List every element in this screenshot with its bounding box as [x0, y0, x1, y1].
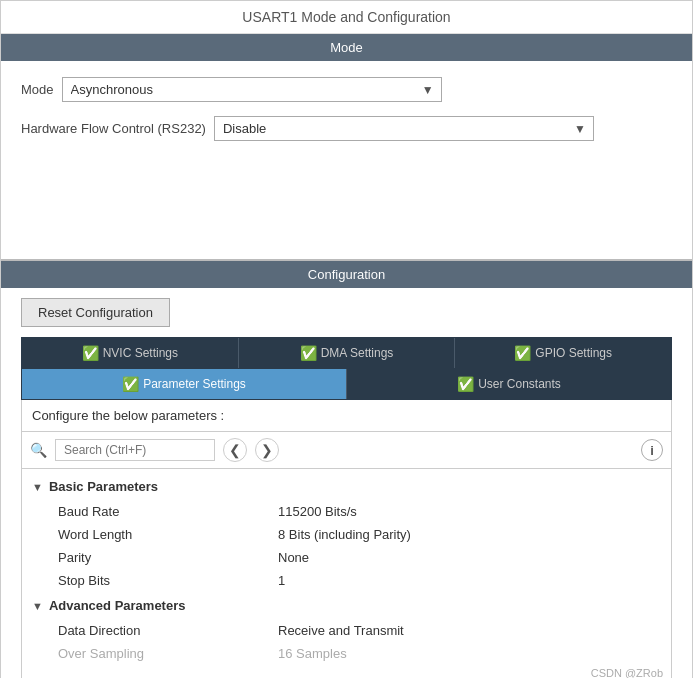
param-parity: Parity None: [22, 546, 671, 569]
param-stop-bits-value: 1: [278, 573, 285, 588]
mode-content: Mode Asynchronous ▼ Hardware Flow Contro…: [1, 61, 692, 261]
nvic-check-icon: ✅: [82, 345, 99, 361]
mode-select[interactable]: Asynchronous: [62, 77, 442, 102]
dma-check-icon: ✅: [300, 345, 317, 361]
param-data-direction-label: Data Direction: [58, 623, 278, 638]
page-title: USART1 Mode and Configuration: [242, 9, 450, 25]
prev-button[interactable]: ❮: [223, 438, 247, 462]
hw-flow-label: Hardware Flow Control (RS232): [21, 121, 206, 136]
reset-config-button[interactable]: Reset Configuration: [21, 298, 170, 327]
config-content: Reset Configuration ✅ NVIC Settings ✅ DM…: [1, 288, 692, 678]
gpio-check-icon: ✅: [514, 345, 531, 361]
group-basic-header[interactable]: ▼ Basic Parameters: [22, 473, 671, 500]
mode-section: Mode Mode Asynchronous ▼ Hardware Flow C…: [1, 34, 692, 261]
params-instruction: Configure the below parameters :: [21, 400, 672, 432]
tab-gpio-label: GPIO Settings: [535, 346, 612, 360]
title-bar: USART1 Mode and Configuration: [1, 1, 692, 34]
tab-dma-label: DMA Settings: [321, 346, 394, 360]
param-baud-rate-label: Baud Rate: [58, 504, 278, 519]
mode-label: Mode: [21, 82, 54, 97]
search-input[interactable]: [55, 439, 215, 461]
param-word-length-value: 8 Bits (including Parity): [278, 527, 411, 542]
param-word-length-label: Word Length: [58, 527, 278, 542]
param-parity-label: Parity: [58, 550, 278, 565]
next-button[interactable]: ❯: [255, 438, 279, 462]
search-icon: 🔍: [30, 442, 47, 458]
group-basic-label: Basic Parameters: [49, 479, 158, 494]
main-container: USART1 Mode and Configuration Mode Mode …: [0, 0, 693, 678]
config-header: Configuration: [1, 261, 692, 288]
mode-header: Mode: [1, 34, 692, 61]
param-stop-bits: Stop Bits 1: [22, 569, 671, 592]
tabs-row2: ✅ Parameter Settings ✅ User Constants: [21, 369, 672, 400]
param-data-direction-value: Receive and Transmit: [278, 623, 404, 638]
param-data-direction: Data Direction Receive and Transmit: [22, 619, 671, 642]
param-over-sampling: Over Sampling 16 Samples: [22, 642, 671, 665]
tab-param-label: Parameter Settings: [143, 377, 246, 391]
hw-flow-select[interactable]: Disable: [214, 116, 594, 141]
mode-row: Mode Asynchronous ▼: [21, 77, 672, 102]
advanced-chevron-icon: ▼: [32, 600, 43, 612]
tab-gpio[interactable]: ✅ GPIO Settings: [455, 338, 671, 368]
tabs-row1: ✅ NVIC Settings ✅ DMA Settings ✅ GPIO Se…: [21, 337, 672, 369]
config-section: Configuration Reset Configuration ✅ NVIC…: [1, 261, 692, 678]
param-stop-bits-label: Stop Bits: [58, 573, 278, 588]
user-check-icon: ✅: [457, 376, 474, 392]
tab-nvic-label: NVIC Settings: [103, 346, 178, 360]
hw-flow-row: Hardware Flow Control (RS232) Disable ▼: [21, 116, 672, 141]
watermark: CSDN @ZRob: [22, 665, 671, 678]
tab-param-settings[interactable]: ✅ Parameter Settings: [22, 369, 347, 399]
param-over-sampling-label: Over Sampling: [58, 646, 278, 661]
hw-flow-select-wrapper: Disable ▼: [214, 116, 594, 141]
group-advanced-label: Advanced Parameters: [49, 598, 186, 613]
mode-select-wrapper: Asynchronous ▼: [62, 77, 442, 102]
tab-user-label: User Constants: [478, 377, 561, 391]
param-word-length: Word Length 8 Bits (including Parity): [22, 523, 671, 546]
basic-chevron-icon: ▼: [32, 481, 43, 493]
tab-nvic[interactable]: ✅ NVIC Settings: [22, 338, 239, 368]
group-advanced-header[interactable]: ▼ Advanced Parameters: [22, 592, 671, 619]
search-toolbar: 🔍 ❮ ❯ i: [21, 432, 672, 469]
param-over-sampling-value: 16 Samples: [278, 646, 347, 661]
param-baud-rate: Baud Rate 115200 Bits/s: [22, 500, 671, 523]
param-baud-rate-value: 115200 Bits/s: [278, 504, 357, 519]
params-content: ▼ Basic Parameters Baud Rate 115200 Bits…: [21, 469, 672, 678]
tab-user-constants[interactable]: ✅ User Constants: [347, 369, 671, 399]
param-check-icon: ✅: [122, 376, 139, 392]
tab-dma[interactable]: ✅ DMA Settings: [239, 338, 456, 368]
info-button[interactable]: i: [641, 439, 663, 461]
param-parity-value: None: [278, 550, 309, 565]
